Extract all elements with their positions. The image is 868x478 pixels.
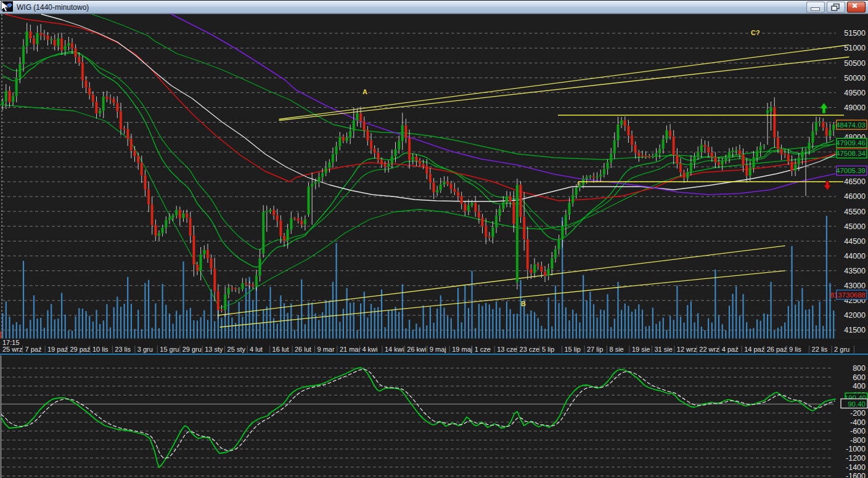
svg-text:B: B bbox=[521, 300, 526, 307]
svg-text:4 lut: 4 lut bbox=[250, 346, 263, 353]
svg-text:51000: 51000 bbox=[844, 44, 866, 52]
svg-text:90.40: 90.40 bbox=[848, 400, 866, 408]
svg-text:2 gru: 2 gru bbox=[834, 346, 850, 353]
svg-text:22 wrz: 22 wrz bbox=[699, 346, 719, 353]
svg-text:-600: -600 bbox=[850, 427, 866, 435]
svg-text:45500: 45500 bbox=[844, 208, 866, 216]
svg-text:-1200: -1200 bbox=[846, 454, 866, 463]
svg-text:43500: 43500 bbox=[844, 267, 866, 275]
svg-text:A: A bbox=[362, 88, 367, 95]
svg-text:4 paź: 4 paź bbox=[722, 346, 739, 353]
svg-text:31 sie: 31 sie bbox=[654, 346, 672, 353]
svg-text:12 wrz: 12 wrz bbox=[677, 346, 697, 353]
svg-text:46500: 46500 bbox=[844, 177, 866, 186]
svg-text:23 lis: 23 lis bbox=[115, 346, 131, 353]
svg-text:600: 600 bbox=[853, 373, 866, 382]
svg-text:15 lip: 15 lip bbox=[565, 346, 581, 353]
svg-text:14 paź: 14 paź bbox=[744, 346, 764, 353]
svg-text:49500: 49500 bbox=[844, 89, 866, 97]
svg-text:25 wrz: 25 wrz bbox=[2, 346, 22, 353]
svg-text:45000: 45000 bbox=[844, 222, 866, 231]
svg-text:14 kwi: 14 kwi bbox=[385, 346, 404, 353]
svg-text:29 paź: 29 paź bbox=[70, 346, 90, 353]
svg-text:19 maj: 19 maj bbox=[452, 346, 472, 353]
svg-text:50000: 50000 bbox=[844, 74, 866, 83]
svg-text:15 gru: 15 gru bbox=[160, 346, 179, 353]
svg-text:25 sty: 25 sty bbox=[227, 346, 246, 353]
svg-text:813730688: 813730688 bbox=[830, 291, 866, 299]
svg-text:-1600: -1600 bbox=[846, 472, 866, 478]
svg-text:29 gru: 29 gru bbox=[182, 346, 202, 353]
svg-text:42000: 42000 bbox=[844, 311, 866, 320]
svg-text:3 gru: 3 gru bbox=[137, 346, 153, 353]
svg-text:-400: -400 bbox=[850, 418, 866, 427]
svg-text:49000: 49000 bbox=[844, 103, 866, 112]
svg-text:43000: 43000 bbox=[844, 282, 866, 290]
svg-text:-1000: -1000 bbox=[846, 445, 866, 453]
svg-text:21 mar: 21 mar bbox=[340, 346, 361, 353]
svg-text:47909.46: 47909.46 bbox=[836, 139, 866, 147]
svg-text:10 lis: 10 lis bbox=[92, 346, 108, 353]
svg-text:19 sie: 19 sie bbox=[632, 346, 650, 353]
svg-text:47005.39: 47005.39 bbox=[836, 167, 866, 174]
svg-text:26 lut: 26 lut bbox=[295, 346, 311, 353]
svg-text:5 lip: 5 lip bbox=[542, 346, 554, 353]
svg-text:22 lis: 22 lis bbox=[812, 346, 828, 353]
svg-text:51500: 51500 bbox=[844, 29, 866, 38]
svg-text:48474.03: 48474.03 bbox=[836, 121, 866, 129]
svg-text:26 paź: 26 paź bbox=[767, 346, 787, 353]
svg-text:19 paź: 19 paź bbox=[47, 346, 68, 353]
svg-text:400: 400 bbox=[853, 382, 866, 391]
svg-text:800: 800 bbox=[853, 364, 866, 373]
svg-text:44000: 44000 bbox=[844, 252, 866, 261]
svg-text:41500: 41500 bbox=[844, 326, 866, 334]
svg-text:47508.34: 47508.34 bbox=[836, 150, 866, 157]
svg-text:C?: C? bbox=[751, 29, 760, 36]
svg-text:13 cze: 13 cze bbox=[497, 346, 517, 353]
svg-text:44500: 44500 bbox=[844, 237, 866, 246]
svg-text:50500: 50500 bbox=[844, 59, 866, 68]
svg-text:27 lip: 27 lip bbox=[587, 346, 603, 353]
svg-text:8 sie: 8 sie bbox=[610, 346, 624, 353]
svg-text:46000: 46000 bbox=[844, 192, 866, 201]
svg-text:23 cze: 23 cze bbox=[520, 346, 539, 353]
svg-text:9 lis: 9 lis bbox=[789, 346, 801, 353]
svg-text:9 maj: 9 maj bbox=[430, 346, 446, 353]
svg-text:WIG (1440-minutowo): WIG (1440-minutowo) bbox=[17, 3, 89, 12]
svg-text:-1400: -1400 bbox=[846, 463, 866, 472]
svg-text:13 sty: 13 sty bbox=[205, 346, 223, 353]
svg-text:1 cze: 1 cze bbox=[475, 346, 491, 353]
svg-text:-800: -800 bbox=[850, 436, 866, 445]
svg-text:16 lut: 16 lut bbox=[272, 346, 289, 353]
svg-text:-200: -200 bbox=[850, 409, 866, 418]
svg-text:4 kwi: 4 kwi bbox=[362, 346, 377, 353]
svg-text:7 paź: 7 paź bbox=[25, 346, 42, 353]
svg-text:9 mar: 9 mar bbox=[317, 346, 335, 353]
svg-text:26 kwi: 26 kwi bbox=[407, 346, 426, 353]
